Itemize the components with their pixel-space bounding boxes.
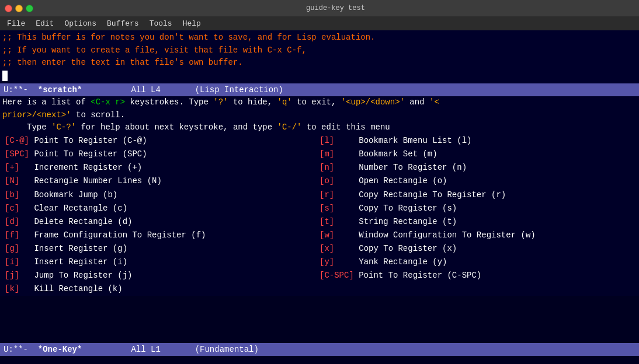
prior-next-key: prior>/<next>'	[2, 110, 71, 120]
close-button[interactable]	[5, 5, 12, 12]
list-item: [+] Increment Register (+)	[5, 161, 320, 174]
key-bracket: [+]	[5, 163, 19, 172]
list-item: [o] Open Rectangle (o)	[320, 174, 634, 188]
guide-left-col: [C-@] Point To Register (C-@) [SPC] Poin…	[5, 134, 320, 296]
status-bar-onekey: U:**- *One-Key* All L1 (Fundamental)	[0, 343, 639, 356]
status-onekey-name: *One-Key*	[38, 345, 82, 354]
key-bracket: [w]	[320, 230, 334, 240]
key-desc: Bookmark Bmenu List (l)	[359, 136, 471, 145]
key-desc: Copy Rectangle To Register (r)	[359, 190, 506, 200]
key-bracket: [g]	[5, 244, 19, 253]
key-bracket: [x]	[320, 244, 334, 253]
menu-edit[interactable]: Edit	[31, 18, 58, 29]
quit-key: 'q'	[277, 97, 292, 107]
list-item: [m] Bookmark Set (m)	[320, 148, 634, 161]
comment-line-2: ;; If you want to create a file, visit t…	[2, 44, 637, 57]
content: ;; This buffer is for notes you don't wa…	[0, 30, 639, 296]
menu-buffers[interactable]: Buffers	[102, 18, 144, 29]
list-item: [s] Copy To Register (s)	[320, 202, 634, 215]
cursor	[2, 71, 8, 81]
list-item: [t] String Rectangle (t)	[320, 215, 634, 229]
menu-options[interactable]: Options	[60, 18, 101, 29]
menu-tools[interactable]: Tools	[145, 18, 177, 29]
list-item: [y] Yank Rectangle (y)	[320, 256, 634, 269]
key-desc: Insert Register (g)	[34, 244, 127, 253]
comment-line-3: ;; then enter the text in that file's ow…	[2, 57, 637, 69]
list-item: [r] Copy Rectangle To Register (r)	[320, 188, 634, 202]
list-item: [f] Frame Configuration To Register (f)	[5, 229, 320, 242]
status-onekey-prefix: U:**-	[4, 345, 38, 354]
key-desc: Clear Rectangle (c)	[34, 204, 127, 213]
menu-help[interactable]: Help	[178, 18, 206, 29]
key-bracket: [m]	[320, 149, 334, 159]
key-desc: Jump To Register (j)	[34, 271, 132, 280]
key-desc: String Rectangle (t)	[359, 217, 457, 226]
guide-key-rows: [C-@] Point To Register (C-@) [SPC] Poin…	[2, 134, 637, 296]
list-item: [i] Insert Register (i)	[5, 256, 320, 269]
list-item: [g] Insert Register (g)	[5, 242, 320, 256]
key-bracket: [n]	[320, 163, 334, 172]
key-desc: Rectangle Number Lines (N)	[34, 176, 161, 186]
key-desc: Number To Register (n)	[359, 163, 467, 172]
list-item: [C-SPC] Point To Register (C-SPC)	[320, 269, 634, 282]
window-controls	[5, 5, 33, 12]
list-item: [l] Bookmark Bmenu List (l)	[320, 134, 634, 148]
hide-key: '?'	[213, 97, 228, 107]
status-scratch-pos: All L4 (Lisp Interaction)	[82, 85, 283, 94]
status-scratch-name: *scratch*	[38, 85, 82, 94]
key-desc: Window Configuration To Register (w)	[359, 230, 535, 240]
window-title: guide-key test	[37, 4, 634, 12]
key-desc: Increment Register (+)	[34, 163, 142, 172]
scroll-more: '<	[429, 97, 439, 107]
key-bracket: [y]	[320, 257, 334, 267]
guide-header-line2: Type 'C-?' for help about next keystroke…	[2, 121, 637, 134]
editor-buffer[interactable]: ;; This buffer is for notes you don't wa…	[0, 30, 639, 83]
key-bracket: [C-SPC]	[320, 271, 354, 280]
key-bracket: [o]	[320, 176, 334, 186]
key-bracket: [i]	[5, 257, 19, 267]
guide-header-line1b: prior>/<next>' to scroll.	[2, 109, 637, 122]
main-area: ;; This buffer is for notes you don't wa…	[0, 30, 639, 364]
maximize-button[interactable]	[26, 5, 33, 12]
key-bracket: [k]	[5, 284, 19, 293]
list-item: [n] Number To Register (n)	[320, 161, 634, 174]
c-slash-key: 'C-/'	[277, 123, 302, 132]
key-desc: Frame Configuration To Register (f)	[34, 230, 206, 240]
comment-line-1: ;; This buffer is for notes you don't wa…	[2, 32, 637, 44]
key-bracket: [j]	[5, 271, 19, 280]
cx-r-highlight: <C-x r>	[91, 97, 125, 107]
guide-right-col: [l] Bookmark Bmenu List (l) [m] Bookmark…	[320, 134, 634, 296]
key-desc: Insert Register (i)	[34, 257, 127, 267]
c-q-key: 'C-?'	[51, 123, 76, 132]
key-desc: Point To Register (C-@)	[34, 136, 147, 145]
key-desc: Bookmark Jump (b)	[34, 190, 117, 200]
status-bar-scratch: U:**- *scratch* All L4 (Lisp Interaction…	[0, 83, 639, 96]
key-desc: Point To Register (SPC)	[34, 149, 147, 159]
key-bracket: [C-@]	[5, 136, 29, 145]
key-bracket: [f]	[5, 230, 19, 240]
key-bracket: [r]	[320, 190, 334, 200]
key-bracket: [d]	[5, 217, 19, 226]
key-bracket: [c]	[5, 204, 19, 213]
status-onekey-pos: All L1 (Fundamental)	[82, 345, 258, 354]
nav-keys: '<up>/<down>'	[341, 97, 405, 107]
key-desc: Delete Rectangle (d)	[34, 217, 132, 226]
list-item: [c] Clear Rectangle (c)	[5, 202, 320, 215]
list-item: [b] Bookmark Jump (b)	[5, 188, 320, 202]
key-desc: Copy To Register (s)	[359, 204, 457, 213]
list-item: [k] Kill Rectangle (k)	[5, 282, 320, 296]
list-item: [SPC] Point To Register (SPC)	[5, 148, 320, 161]
list-item: [N] Rectangle Number Lines (N)	[5, 174, 320, 188]
key-desc: Yank Rectangle (y)	[359, 257, 447, 267]
list-item: [j] Jump To Register (j)	[5, 269, 320, 282]
guide-header-line1: Here is a list of <C-x r> keystrokes. Ty…	[2, 96, 637, 109]
minimize-button[interactable]	[15, 5, 23, 12]
title-bar: guide-key test	[0, 0, 639, 16]
key-bracket: [SPC]	[5, 149, 29, 159]
key-desc: Open Rectangle (o)	[359, 176, 447, 186]
key-desc: Copy To Register (x)	[359, 244, 457, 253]
key-bracket: [b]	[5, 190, 19, 200]
key-bracket: [t]	[320, 217, 334, 226]
menu-file[interactable]: File	[2, 18, 30, 29]
cursor-line	[2, 69, 637, 82]
